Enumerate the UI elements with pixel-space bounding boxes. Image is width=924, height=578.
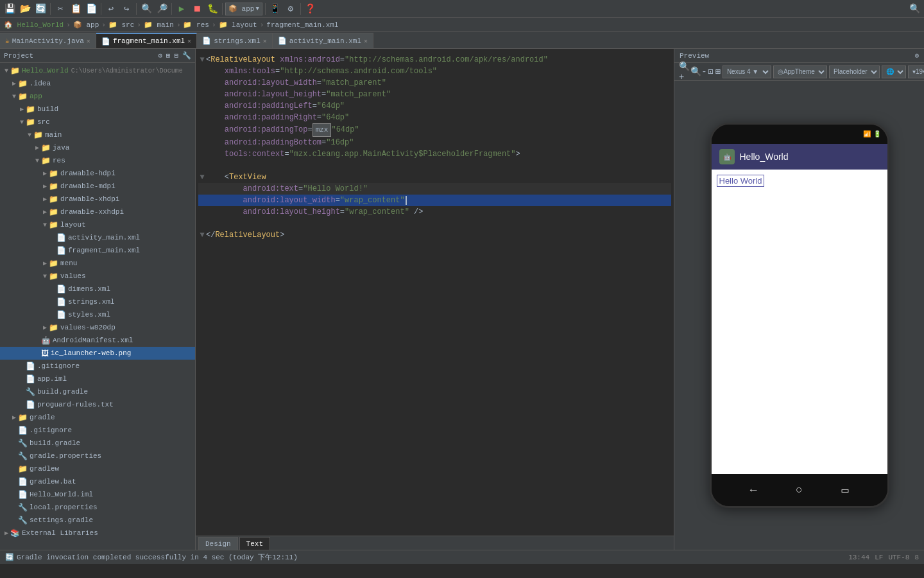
tab-activitymain[interactable]: 📄 activity_main.xml ✕ [273, 33, 373, 48]
tree-item-activity-main-xml[interactable]: 📄 activity_main.xml [0, 231, 195, 244]
tree-item-proguard[interactable]: 📄 proguard-rules.txt [0, 398, 195, 411]
api-version-selector[interactable]: ▾19▾ [908, 66, 924, 78]
toolbar-save[interactable]: 💾 [3, 2, 17, 16]
tab-close-mainactivity[interactable]: ✕ [87, 37, 90, 45]
toolbar-open[interactable]: 📂 [18, 2, 32, 16]
toolbar-sync[interactable]: 🔄 [33, 2, 47, 16]
tab-mainactivity[interactable]: ☕ MainActivity.java ✕ [0, 33, 96, 48]
tree-item-local-properties[interactable]: 🔧 local.properties [0, 501, 195, 514]
preview-label: Preview [680, 52, 709, 60]
tree-item-build-gradle-root[interactable]: 🔧 build.gradle [0, 437, 195, 450]
tree-item-gradlew[interactable]: 📁 gradlew [0, 462, 195, 475]
status-encoding[interactable]: UTF-8 [888, 554, 909, 561]
tree-item-styles-xml[interactable]: 📄 styles.xml [0, 308, 195, 321]
preview-zoom-reset[interactable]: ⊡ [708, 65, 713, 79]
status-lf[interactable]: LF [875, 554, 883, 561]
project-expand-icon[interactable]: ⊞ [166, 51, 171, 60]
tree-item-build-gradle-app[interactable]: 🔧 build.gradle [0, 385, 195, 398]
tree-item-build[interactable]: ▶ 📁 build [0, 103, 195, 116]
app-selector[interactable]: 📦 app ▼ [225, 3, 262, 15]
api-selector[interactable]: 🌐 [882, 66, 906, 78]
tree-item-menu[interactable]: ▶ 📁 menu [0, 257, 195, 270]
tree-item-gitignore-app[interactable]: 📄 .gitignore [0, 360, 195, 372]
toolbar-avd[interactable]: 📱 [268, 2, 282, 16]
tree-item-layout[interactable]: ▼ 📁 layout [0, 218, 195, 231]
tree-item-java[interactable]: ▶ 📁 java [0, 141, 195, 154]
device-selector[interactable]: Nexus 4 ▼ [723, 66, 771, 78]
preview-zoom-fit[interactable]: ⊞ [715, 65, 720, 79]
toolbar-sep-2 [101, 3, 101, 15]
toolbar-stop[interactable]: ⏹ [190, 2, 204, 16]
project-collapse-icon[interactable]: ⊟ [174, 51, 178, 60]
breadcrumb-root[interactable]: 🏠 Hello_World [4, 21, 64, 29]
tree-item-helloworld-iml[interactable]: 📄 Hello_World.iml [0, 488, 195, 501]
project-settings-icon[interactable]: ⚙ [158, 51, 162, 60]
tree-item-gitignore-root[interactable]: 📄 .gitignore [0, 424, 195, 437]
toolbar-debug[interactable]: 🐛 [205, 2, 219, 16]
tree-item-drawable-hdpi[interactable]: ▶ 📁 drawable-hdpi [0, 167, 195, 180]
breadcrumb-app[interactable]: 📦 app [73, 21, 99, 29]
main-toolbar: 💾 📂 🔄 ✂ 📋 📄 ↩ ↪ 🔍 🔎 ▶ ⏹ 🐛 📦 app ▼ 📱 ⚙ ❓ … [0, 0, 924, 18]
preview-settings-icon[interactable]: ⚙ [914, 51, 919, 60]
tree-item-dimens[interactable]: 📄 dimens.xml [0, 283, 195, 295]
editor-content[interactable]: ▼ <RelativeLayout xmlns:android="http://… [196, 49, 674, 536]
tree-item-gradlew-bat[interactable]: 📄 gradlew.bat [0, 475, 195, 488]
tab-strings[interactable]: 📄 strings.xml ✕ [197, 33, 273, 48]
status-position: 13:44 [848, 554, 869, 561]
toolbar-replace[interactable]: 🔎 [155, 2, 169, 16]
breadcrumb-src[interactable]: 📁 src [108, 21, 134, 29]
breadcrumb-file[interactable]: fragment_main.xml [266, 21, 338, 29]
tab-close-strings[interactable]: ✕ [263, 37, 267, 45]
toolbar-sdk[interactable]: ⚙ [284, 2, 298, 16]
tree-item-idea[interactable]: ▶ 📁 .idea [0, 77, 195, 90]
toolbar-run[interactable]: ▶ [175, 2, 189, 16]
toolbar-help[interactable]: ❓ [304, 2, 318, 16]
toolbar-copy[interactable]: 📋 [69, 2, 83, 16]
tree-item-values[interactable]: ▼ 📁 values [0, 270, 195, 283]
tree-item-fragment-main-xml[interactable]: 📄 fragment_main.xml [0, 244, 195, 257]
tab-close-activitymain[interactable]: ✕ [364, 37, 368, 45]
tree-item-main[interactable]: ▼ 📁 main [0, 128, 195, 141]
tab-text[interactable]: Text [239, 537, 270, 550]
toolbar-undo[interactable]: ↩ [104, 2, 118, 16]
tree-item-androidmanifest[interactable]: 🤖 AndroidManifest.xml [0, 334, 195, 347]
tree-item-drawable-xxhdpi[interactable]: ▶ 📁 drawable-xxhdpi [0, 206, 195, 218]
tree-item-app[interactable]: ▼ 📁 app [0, 90, 195, 103]
breadcrumb-layout[interactable]: 📁 layout [219, 21, 257, 29]
code-line-15 [198, 218, 671, 229]
tab-design[interactable]: Design [198, 537, 238, 550]
toolbar-paste[interactable]: 📄 [84, 2, 98, 16]
tab-fragmentmain[interactable]: 📄 fragment_main.xml ✕ [96, 33, 197, 48]
toolbar-search[interactable]: 🔍 [907, 2, 921, 16]
tree-item-values-w820[interactable]: ▶ 📁 values-w820dp [0, 321, 195, 334]
tree-item-drawable-xhdpi[interactable]: ▶ 📁 drawable-xhdpi [0, 193, 195, 206]
tree-item-settings-gradle[interactable]: 🔧 settings.gradle [0, 514, 195, 527]
project-panel: Project ⚙ ⊞ ⊟ 🔧 ▼ 📁 Hello_World C:\Users… [0, 49, 196, 550]
placeholder-selector[interactable]: Placeholder [829, 66, 880, 78]
tree-item-gradle-folder[interactable]: ▶ 📁 gradle [0, 411, 195, 424]
tab-close-fragmentmain[interactable]: ✕ [187, 37, 191, 45]
tree-item-app-iml[interactable]: 📄 app.iml [0, 372, 195, 385]
tree-item-src[interactable]: ▼ 📁 src [0, 116, 195, 128]
tree-item-drawable-mdpi[interactable]: ▶ 📁 drawable-mdpi [0, 180, 195, 193]
breadcrumb-main[interactable]: 📁 main [144, 21, 174, 29]
toolbar-sep-6 [265, 3, 266, 15]
preview-panel-header: Preview ⚙ [674, 49, 924, 63]
toolbar-redo[interactable]: ↪ [119, 2, 133, 16]
breadcrumb-res[interactable]: 📁 res [183, 21, 209, 29]
tree-item-external-libraries[interactable]: ▶ 📚 External Libraries [0, 527, 195, 539]
tree-item-strings-xml[interactable]: 📄 strings.xml [0, 295, 195, 308]
preview-zoom-in[interactable]: 🔍+ [679, 65, 690, 79]
toolbar-cut[interactable]: ✂ [53, 2, 67, 16]
tree-item-gradle-properties[interactable]: 🔧 gradle.properties [0, 450, 195, 462]
toolbar-find[interactable]: 🔍 [139, 2, 153, 16]
editor-bottom-tabs: Design Text [196, 536, 674, 550]
project-gear-icon[interactable]: 🔧 [182, 51, 191, 60]
tab-text-label: Text [246, 540, 263, 548]
tree-item-ic-launcher[interactable]: 🖼 ic_launcher-web.png [0, 347, 195, 360]
tree-item-res[interactable]: ▼ 📁 res [0, 154, 195, 167]
code-line-1: ▼ <RelativeLayout xmlns:android="http://… [198, 54, 671, 66]
tree-item-root[interactable]: ▼ 📁 Hello_World C:\Users\Administrator\D… [0, 64, 195, 77]
theme-selector[interactable]: ◎AppTheme [773, 66, 827, 78]
preview-zoom-out[interactable]: 🔍- [692, 65, 706, 79]
